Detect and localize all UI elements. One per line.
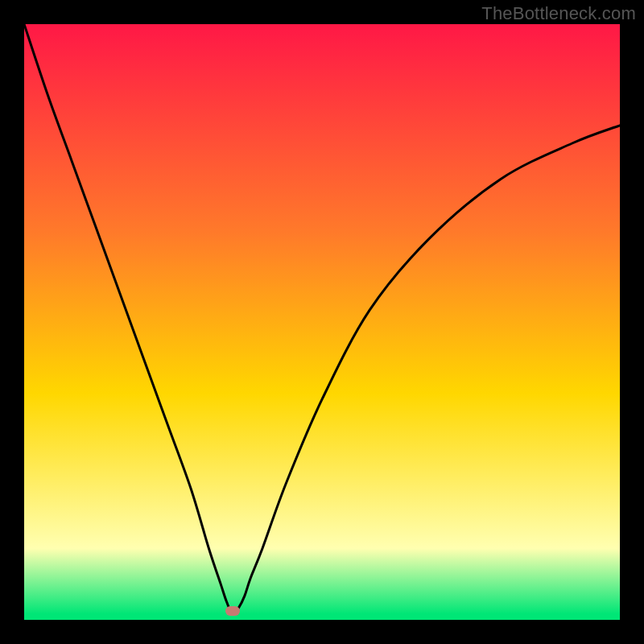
bottleneck-curve [24,24,620,614]
curve-svg [24,24,620,620]
minimum-marker-icon [225,606,240,616]
chart-frame: TheBottleneck.com [0,0,644,644]
watermark-text: TheBottleneck.com [481,3,636,24]
plot-area [24,24,620,620]
